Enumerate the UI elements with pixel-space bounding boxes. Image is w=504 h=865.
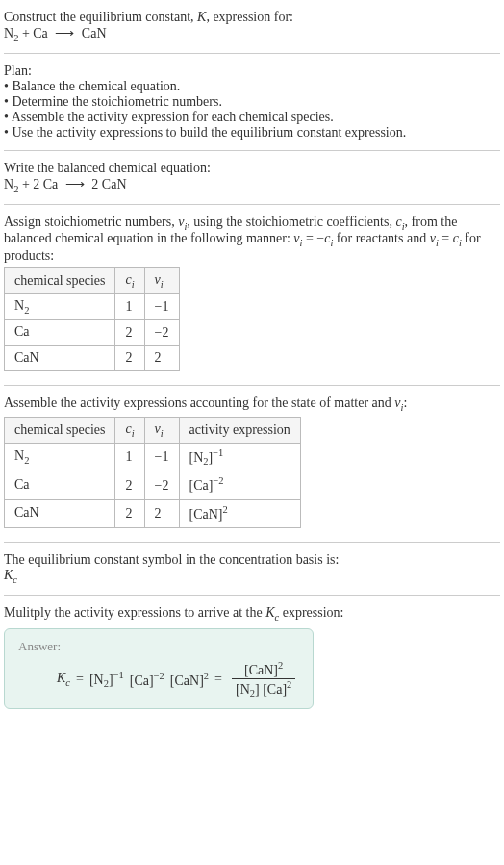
divider: [4, 595, 500, 596]
plus-2ca: + 2 Ca: [18, 177, 61, 191]
balanced-title: Write the balanced chemical equation:: [4, 161, 500, 176]
species-n2: N2: [4, 26, 18, 40]
col-activity: activity expression: [179, 418, 300, 444]
multiply-title: Mulitply the activity expressions to arr…: [4, 605, 500, 623]
cell-species: Ca: [5, 471, 115, 499]
cell-nu: −2: [144, 471, 179, 499]
term-n2: [N2]−1: [89, 670, 124, 689]
fraction-numerator: [CaN]2: [232, 660, 295, 679]
fraction: [CaN]2 [N2] [Ca]2: [232, 660, 295, 699]
cell-activity: [N2]−1: [179, 443, 300, 471]
activity-section: Assemble the activity expressions accoun…: [4, 390, 500, 538]
kc-lhs: Kc: [57, 671, 70, 688]
col-species: chemical species: [5, 268, 115, 294]
species-2can: 2 CaN: [88, 177, 127, 191]
col-ci: ci: [115, 268, 144, 294]
cell-activity: [Ca]−2: [179, 471, 300, 499]
plan-bullet-2: • Determine the stoichiometric numbers.: [4, 94, 500, 110]
cell-c: 2: [115, 319, 144, 345]
col-ci: ci: [115, 418, 144, 444]
unbalanced-equation: N2 + Ca ⟶ CaN: [4, 25, 500, 43]
plan-bullet-1: • Balance the chemical equation.: [4, 79, 500, 94]
table-row: CaN 2 2 [CaN]2: [5, 499, 301, 527]
divider: [4, 385, 500, 386]
species-n2: N2: [4, 177, 18, 191]
intro-line: Construct the equilibrium constant, K, e…: [4, 10, 500, 25]
plan-bullet-4: • Use the activity expressions to build …: [4, 125, 500, 140]
cell-nu: 2: [144, 345, 179, 371]
intro-text-b: , expression for:: [206, 10, 293, 24]
table-row: Ca 2 −2 [Ca]−2: [5, 471, 301, 499]
species-can: CaN: [78, 26, 106, 40]
divider: [4, 150, 500, 151]
balanced-equation: N2 + 2 Ca ⟶ 2 CaN: [4, 176, 500, 194]
term-can: [CaN]2: [170, 671, 209, 689]
activity-table: chemical species ci νi activity expressi…: [4, 417, 301, 528]
plus-ca: + Ca: [18, 26, 51, 40]
cell-activity: [CaN]2: [179, 499, 300, 527]
reaction-arrow-icon: ⟶: [55, 25, 74, 41]
fraction-denominator: [N2] [Ca]2: [232, 679, 295, 699]
multiply-section: Mulitply the activity expressions to arr…: [4, 599, 500, 721]
stoich-section: Assign stoichiometric numbers, νi, using…: [4, 209, 500, 382]
cell-species: Ca: [5, 319, 115, 345]
table-row: N2 1 −1: [5, 293, 180, 319]
balanced-section: Write the balanced chemical equation: N2…: [4, 155, 500, 200]
reaction-arrow-icon: ⟶: [65, 176, 85, 192]
stoich-table: chemical species ci νi N2 1 −1 Ca 2 −2 C…: [4, 267, 180, 371]
table-header-row: chemical species ci νi activity expressi…: [5, 418, 301, 444]
cell-c: 1: [115, 443, 144, 471]
col-species: chemical species: [5, 418, 115, 444]
plan-bullet-3: • Assemble the activity expression for e…: [4, 110, 500, 125]
c-var: ci: [395, 215, 404, 229]
cell-c: 1: [115, 293, 144, 319]
col-nui: νi: [144, 418, 179, 444]
table-row: Ca 2 −2: [5, 319, 180, 345]
cell-nu: 2: [144, 499, 179, 527]
answer-label: Answer:: [18, 639, 299, 654]
col-nui: νi: [144, 268, 179, 294]
divider: [4, 204, 500, 205]
cell-nu: −1: [144, 443, 179, 471]
table-row: CaN 2 2: [5, 345, 180, 371]
cell-species: CaN: [5, 345, 115, 371]
answer-box: Answer: Kc = [N2]−1 [Ca]−2 [CaN]2 = [CaN…: [4, 628, 314, 709]
plan-title: Plan:: [4, 64, 500, 79]
k-variable: K: [197, 10, 206, 24]
kc-symbol: Kc: [4, 568, 500, 585]
cell-species: N2: [5, 443, 115, 471]
intro-section: Construct the equilibrium constant, K, e…: [4, 4, 500, 49]
intro-text-a: Construct the equilibrium constant,: [4, 10, 197, 24]
nu-var: νi: [178, 215, 187, 229]
cell-c: 2: [115, 345, 144, 371]
cell-c: 2: [115, 499, 144, 527]
symbol-section: The equilibrium constant symbol in the c…: [4, 547, 500, 591]
plan-section: Plan: • Balance the chemical equation. •…: [4, 58, 500, 146]
term-ca: [Ca]−2: [130, 671, 164, 689]
cell-species: CaN: [5, 499, 115, 527]
table-row: N2 1 −1 [N2]−1: [5, 443, 301, 471]
cell-species: N2: [5, 293, 115, 319]
cell-nu: −2: [144, 319, 179, 345]
divider: [4, 542, 500, 543]
answer-equation: Kc = [N2]−1 [Ca]−2 [CaN]2 = [CaN]2 [N2] …: [18, 660, 299, 699]
divider: [4, 53, 500, 54]
stoich-text: Assign stoichiometric numbers, νi, using…: [4, 215, 500, 265]
symbol-title: The equilibrium constant symbol in the c…: [4, 552, 500, 568]
cell-nu: −1: [144, 293, 179, 319]
table-header-row: chemical species ci νi: [5, 268, 180, 294]
cell-c: 2: [115, 471, 144, 499]
activity-title: Assemble the activity expressions accoun…: [4, 395, 500, 413]
